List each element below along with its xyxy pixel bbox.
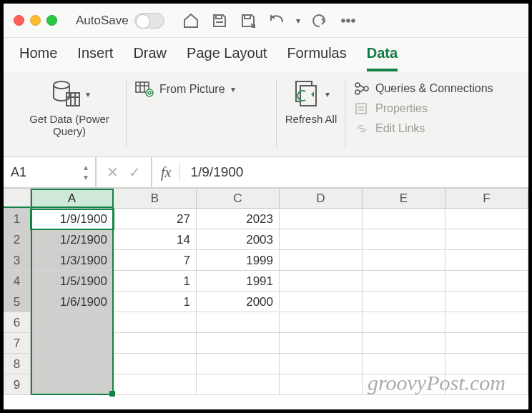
col-header-d[interactable]: D xyxy=(280,189,363,208)
cell[interactable] xyxy=(445,229,528,249)
cell[interactable] xyxy=(31,333,114,353)
cell[interactable]: 1/2/1900 xyxy=(31,229,114,249)
cell[interactable] xyxy=(445,292,528,312)
cell[interactable]: 27 xyxy=(114,209,197,229)
row-header[interactable]: 3 xyxy=(4,250,31,270)
queries-connections-button[interactable]: Queries & Connections xyxy=(353,79,495,99)
cell[interactable] xyxy=(280,333,363,353)
close-window-button[interactable] xyxy=(14,15,24,26)
ribbon: ▾ Get Data (Power Query) From Picture ▾ … xyxy=(4,71,528,157)
tab-page-layout[interactable]: Page Layout xyxy=(187,45,267,71)
refresh-icon: ▾ xyxy=(292,79,330,110)
tab-draw[interactable]: Draw xyxy=(133,45,167,71)
minimize-window-button[interactable] xyxy=(30,15,41,26)
cell[interactable] xyxy=(363,271,445,291)
cell[interactable] xyxy=(280,292,363,312)
row-header[interactable]: 1 xyxy=(4,209,31,229)
cell[interactable]: 2023 xyxy=(197,209,280,229)
autosave-label: AutoSave xyxy=(76,14,129,28)
save-as-icon[interactable] xyxy=(239,11,257,30)
cell[interactable] xyxy=(114,354,197,374)
row-header[interactable]: 6 xyxy=(4,312,31,332)
cell[interactable]: 1/3/1900 xyxy=(31,250,114,270)
from-picture-button[interactable]: From Picture ▾ xyxy=(134,79,237,100)
col-header-c[interactable]: C xyxy=(197,189,280,208)
cell[interactable] xyxy=(363,333,445,353)
cell[interactable] xyxy=(197,354,280,374)
row-header[interactable]: 9 xyxy=(4,374,31,394)
autosave-control[interactable]: AutoSave xyxy=(76,13,164,29)
cell[interactable] xyxy=(31,374,114,394)
col-header-f[interactable]: F xyxy=(445,189,528,208)
cell[interactable] xyxy=(114,374,197,394)
undo-dropdown-icon[interactable]: ▾ xyxy=(296,16,300,26)
cell[interactable]: 1 xyxy=(114,292,197,312)
cell[interactable] xyxy=(280,271,363,291)
maximize-window-button[interactable] xyxy=(46,15,57,26)
get-data-button[interactable]: ▾ Get Data (Power Query) xyxy=(19,79,119,137)
cancel-icon[interactable]: ✕ xyxy=(107,164,119,181)
more-icon[interactable] xyxy=(339,11,358,30)
refresh-all-button[interactable]: ▾ Refresh All xyxy=(285,79,338,125)
cell[interactable] xyxy=(280,250,363,270)
cell[interactable] xyxy=(114,333,197,353)
cell[interactable]: 1/5/1900 xyxy=(31,271,114,291)
row-header[interactable]: 4 xyxy=(4,271,31,291)
cell[interactable] xyxy=(445,271,528,291)
undo-icon[interactable] xyxy=(267,11,286,30)
cell[interactable] xyxy=(445,333,528,353)
row-header[interactable]: 5 xyxy=(4,292,31,312)
cell[interactable] xyxy=(363,312,445,332)
row-header[interactable]: 8 xyxy=(4,354,31,374)
cell[interactable] xyxy=(280,209,363,229)
home-icon[interactable] xyxy=(182,11,200,30)
cell[interactable] xyxy=(31,312,114,332)
tab-insert[interactable]: Insert xyxy=(77,45,113,71)
ribbon-group-from-picture: From Picture ▾ xyxy=(127,74,277,154)
cell[interactable] xyxy=(280,229,363,249)
cell[interactable] xyxy=(445,250,528,270)
cell[interactable] xyxy=(280,354,363,374)
cell[interactable] xyxy=(114,312,197,332)
cell[interactable]: 1991 xyxy=(197,271,280,291)
save-icon[interactable] xyxy=(210,11,229,30)
cell[interactable]: 1 xyxy=(114,271,197,291)
cell[interactable] xyxy=(363,229,445,249)
cell[interactable] xyxy=(31,354,114,374)
cell[interactable] xyxy=(363,209,445,229)
tab-data[interactable]: Data xyxy=(367,45,398,71)
col-header-b[interactable]: B xyxy=(114,189,197,208)
cell[interactable]: 2000 xyxy=(197,292,280,312)
cell[interactable] xyxy=(197,333,280,353)
cell[interactable] xyxy=(363,250,445,270)
col-header-a[interactable]: A xyxy=(31,189,114,208)
cell[interactable]: 7 xyxy=(114,250,197,270)
cell[interactable]: 14 xyxy=(114,229,197,249)
from-picture-label: From Picture xyxy=(159,83,225,96)
fx-label[interactable]: fx xyxy=(152,164,179,181)
name-box-stepper[interactable]: ▴▾ xyxy=(84,162,88,182)
cell[interactable]: 1999 xyxy=(197,250,280,270)
cell[interactable] xyxy=(197,312,280,332)
name-box[interactable]: A1 ▴▾ xyxy=(4,157,97,187)
row-header[interactable]: 2 xyxy=(4,229,31,249)
cell[interactable] xyxy=(280,374,363,394)
tab-formulas[interactable]: Formulas xyxy=(287,45,346,71)
cell[interactable]: 2003 xyxy=(197,229,280,249)
cell[interactable] xyxy=(280,312,363,332)
confirm-icon[interactable]: ✓ xyxy=(129,164,141,181)
cell[interactable] xyxy=(363,292,445,312)
tab-home[interactable]: Home xyxy=(19,45,57,71)
cell[interactable]: 1/9/1900 xyxy=(31,209,114,229)
cell[interactable] xyxy=(445,209,528,229)
select-all-corner[interactable] xyxy=(4,189,31,208)
cell[interactable] xyxy=(197,374,280,394)
redo-icon[interactable] xyxy=(310,11,329,30)
cell[interactable] xyxy=(445,312,528,332)
row-header[interactable]: 7 xyxy=(4,333,31,353)
formula-input[interactable]: 1/9/1900 xyxy=(180,164,243,180)
chevron-down-icon: ▾ xyxy=(231,84,235,94)
cell[interactable]: 1/6/1900 xyxy=(31,292,114,312)
autosave-toggle[interactable] xyxy=(134,13,164,29)
col-header-e[interactable]: E xyxy=(363,189,445,208)
